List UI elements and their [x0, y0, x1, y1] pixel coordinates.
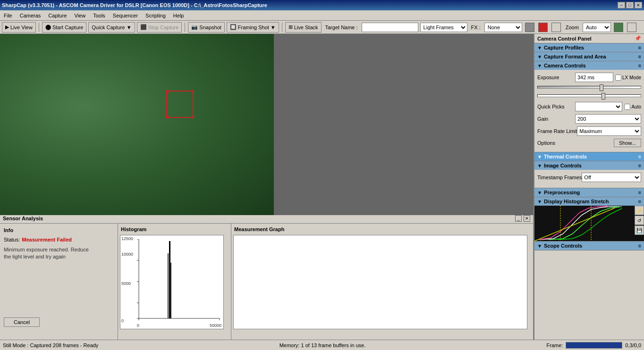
menu-cameras[interactable]: Cameras — [16, 12, 45, 19]
start-capture-button[interactable]: ⬤ Start Capture — [42, 22, 86, 33]
snapshot-button[interactable]: 📷 Snapshot — [188, 22, 224, 33]
capture-format-menu-icon: ≡ — [638, 54, 641, 59]
frame-value: 0,3/0,0 — [625, 342, 641, 348]
preprocessing-header[interactable]: ▼ Preprocessing ≡ — [534, 188, 644, 197]
preprocessing-menu-icon: ≡ — [638, 190, 641, 195]
image-controls-header[interactable]: ▼ Image Controls ≡ — [534, 161, 644, 170]
auto-checkbox[interactable] — [624, 104, 630, 110]
snapshot-icon: 📷 — [191, 24, 198, 30]
close-panel-button[interactable]: ✕ — [524, 215, 530, 222]
corner-tl[interactable] — [166, 90, 169, 93]
exposure-row: Exposure LX Mode — [537, 73, 641, 82]
lx-mode-checkbox[interactable] — [615, 75, 621, 81]
timestamp-select[interactable]: Off — [582, 173, 641, 182]
thermal-controls-chevron: ▼ — [537, 154, 542, 159]
minimize-panel-button[interactable]: _ — [515, 215, 522, 222]
target-name-input[interactable] — [362, 23, 418, 32]
exposure-slider-track[interactable] — [537, 86, 641, 89]
exposure-slider-thumb[interactable] — [600, 84, 603, 91]
statusbar-right: Frame: 0,3/0,0 — [547, 342, 641, 349]
histogram-stretch-content: ⚡ ↺ 💾 — [534, 206, 644, 241]
menu-help[interactable]: Help — [169, 12, 188, 19]
quick-capture-dropdown-icon: ▼ — [127, 25, 132, 30]
content-wrapper: Sensor Analysis _ ✕ Info Status: Measure… — [0, 34, 534, 340]
selection-box[interactable] — [166, 91, 194, 118]
histogram-stretch-menu-icon: ≡ — [638, 199, 641, 204]
svg-rect-10 — [168, 253, 169, 318]
fx-select[interactable]: None — [484, 23, 522, 32]
exposure-slider-container — [537, 85, 641, 92]
exposure-label: Exposure — [537, 75, 575, 80]
view-icon — [614, 23, 623, 32]
frame-rate-select[interactable]: Maximum — [577, 126, 641, 136]
camera-controls-chevron: ▼ — [537, 63, 542, 68]
status-label: Status: — [4, 237, 20, 242]
start-capture-icon: ⬤ — [45, 24, 51, 30]
frame-label: Frame: — [547, 342, 563, 348]
live-stack-button[interactable]: ⊞ Live Stack — [285, 22, 322, 33]
live-view-button[interactable]: ▶ Live View — [2, 22, 36, 33]
capture-format-header[interactable]: ▼ Capture Format and Area ≡ — [534, 52, 644, 61]
histogram-stretch-canvas: ⚡ ↺ 💾 — [534, 206, 644, 241]
histogram-refresh-button[interactable]: ↺ — [635, 216, 644, 225]
y-label-12500: 12500 — [121, 236, 133, 241]
y-label-0: 0 — [121, 318, 124, 323]
svg-rect-9 — [169, 241, 170, 318]
quick-picks-label: Quick Picks — [537, 104, 575, 109]
histogram-stretch-header[interactable]: ▼ Display Histogram Stretch ≡ — [534, 197, 644, 206]
framing-shot-button[interactable]: 🔲 Framing Shot ▼ — [227, 22, 279, 33]
menu-tools[interactable]: Tools — [89, 12, 109, 19]
bottom-panel: Sensor Analysis _ ✕ Info Status: Measure… — [0, 212, 534, 340]
target-name-label: Target Name : — [323, 25, 360, 30]
camera-controls-header[interactable]: ▼ Camera Controls ≡ — [534, 61, 644, 70]
menu-file[interactable]: File — [0, 12, 16, 19]
scope-controls-header[interactable]: ▼ Scope Controls ≡ — [534, 242, 644, 250]
stop-capture-button[interactable]: ⬛ Stop Capture — [137, 22, 182, 33]
corner-tr[interactable] — [191, 90, 194, 93]
menu-sequencer[interactable]: Sequencer — [109, 12, 142, 19]
menu-scripting[interactable]: Scripting — [142, 12, 169, 19]
statusbar-left-text: Still Mode : Captured 208 frames - Ready — [3, 342, 98, 348]
histogram-side-buttons: ⚡ ↺ 💾 — [635, 206, 644, 235]
exposure-slider2-thumb[interactable] — [602, 93, 605, 100]
zoom-select[interactable]: Auto — [583, 23, 611, 32]
panel-pin-icon: 📌 — [635, 35, 641, 42]
timestamp-label: Timestamp Frames — [537, 175, 582, 180]
capture-profiles-header[interactable]: ▼ Capture Profiles ≡ — [534, 43, 644, 52]
cancel-button[interactable]: Cancel — [4, 317, 40, 327]
corner-br[interactable] — [191, 116, 194, 118]
histogram-stretch-label: Display Histogram Stretch — [544, 199, 609, 204]
camera-control-panel-header: Camera Control Panel 📌 — [534, 34, 644, 43]
gain-select[interactable]: 200 — [575, 114, 641, 124]
thermal-controls-header[interactable]: ▼ Thermal Controls ≡ — [534, 152, 644, 161]
panel-controls: _ ✕ — [515, 215, 530, 222]
gain-label: Gain — [537, 116, 575, 122]
corner-bl[interactable] — [166, 116, 169, 118]
image-controls-label: Image Controls — [544, 163, 582, 168]
histogram-section: Histogram 12500 10000 5000 0 0 50000 — [118, 224, 231, 341]
histogram-save-button[interactable]: 💾 — [635, 225, 644, 235]
color-icon — [525, 23, 534, 32]
exposure-input[interactable] — [575, 73, 613, 82]
menu-capture[interactable]: Capture — [44, 12, 70, 19]
quick-capture-button[interactable]: Quick Capture ▼ — [88, 22, 135, 33]
scope-controls-menu-icon: ≡ — [638, 243, 641, 249]
zoom-label: Zoom — [564, 25, 581, 30]
histogram-lightning-button[interactable]: ⚡ — [635, 206, 644, 215]
filter-icon — [551, 23, 561, 32]
maximize-button[interactable]: □ — [626, 2, 634, 8]
light-frames-select[interactable]: Light Frames — [420, 23, 467, 32]
framing-shot-dropdown-icon: ▼ — [271, 25, 276, 30]
minimize-button[interactable]: − — [618, 2, 625, 8]
histogram-svg — [137, 239, 222, 322]
histogram-label: Histogram — [120, 225, 229, 233]
show-button[interactable]: Show... — [614, 139, 641, 147]
close-button[interactable]: ✕ — [635, 2, 642, 8]
auto-label: Auto — [631, 104, 641, 109]
exposure-slider2-track[interactable] — [537, 94, 641, 97]
window-title: SharpCap (v3.3.7051) - ASCOM Camera Driv… — [2, 2, 267, 8]
capture-format-chevron: ▼ — [537, 54, 542, 59]
frame-rate-label: Frame Rate Limit — [537, 128, 577, 134]
menu-view[interactable]: View — [71, 12, 90, 19]
quick-picks-select[interactable] — [575, 102, 622, 111]
